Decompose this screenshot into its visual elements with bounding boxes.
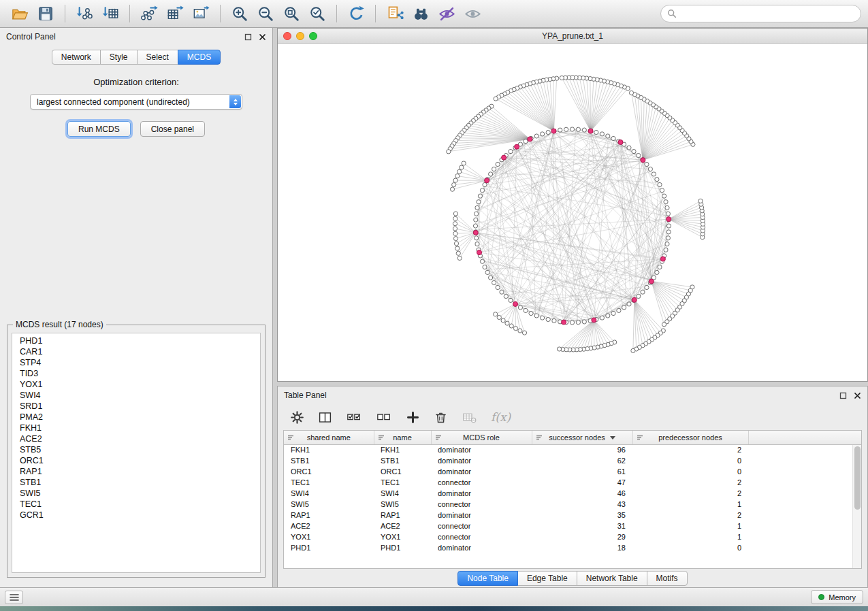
column-header-name[interactable]: name [374, 431, 431, 444]
delete-column-button[interactable] [434, 410, 448, 425]
network-node[interactable] [664, 200, 668, 204]
network-node[interactable] [480, 259, 484, 263]
export-image-button[interactable] [188, 2, 214, 25]
mcds-result-item[interactable]: STB5 [20, 444, 260, 455]
mcds-result-item[interactable]: ACE2 [20, 433, 260, 444]
tab-mcds[interactable]: MCDS [178, 50, 221, 65]
network-node[interactable] [611, 311, 615, 315]
mcds-result-item[interactable]: PMA2 [20, 412, 260, 423]
network-node[interactable] [570, 320, 574, 325]
mcds-result-item[interactable]: FKH1 [20, 423, 260, 433]
network-node[interactable] [627, 146, 631, 150]
network-node[interactable] [582, 128, 586, 132]
network-node[interactable] [483, 182, 487, 186]
network-node[interactable] [570, 127, 574, 131]
network-node[interactable] [564, 127, 568, 131]
network-node[interactable] [480, 188, 484, 193]
mcds-result-item[interactable]: SWI5 [20, 488, 260, 499]
node-table-row[interactable]: PHD1PHD1dominator180 [284, 542, 861, 553]
network-node[interactable] [477, 200, 481, 204]
zoom-in-button[interactable] [227, 2, 253, 25]
mcds-hub-node[interactable] [502, 155, 507, 160]
network-node[interactable] [666, 224, 671, 228]
network-node[interactable] [524, 139, 528, 144]
table-tab-motifs[interactable]: Motifs [647, 571, 688, 586]
network-node[interactable] [658, 182, 662, 186]
network-node[interactable] [505, 321, 509, 325]
network-node[interactable] [504, 294, 508, 298]
network-node[interactable] [645, 285, 649, 289]
network-node[interactable] [546, 317, 550, 321]
hide-selected-button[interactable] [434, 2, 460, 25]
minimize-window-icon[interactable] [296, 32, 304, 40]
network-node[interactable] [662, 323, 666, 327]
network-node[interactable] [518, 306, 522, 310]
close-panel-button[interactable] [259, 33, 266, 41]
search-neighbors-button[interactable] [408, 2, 434, 25]
network-node[interactable] [473, 224, 477, 228]
network-node[interactable] [552, 318, 556, 323]
mcds-hub-node[interactable] [588, 129, 593, 133]
column-header-predecessor-nodes[interactable]: predecessor nodes [632, 431, 748, 444]
network-node[interactable] [600, 132, 604, 136]
network-node[interactable] [489, 172, 493, 176]
import-network-button[interactable] [71, 2, 97, 25]
network-node[interactable] [664, 248, 668, 252]
network-node[interactable] [645, 162, 649, 166]
refresh-layout-button[interactable] [343, 2, 369, 25]
network-node[interactable] [534, 134, 539, 138]
network-node[interactable] [474, 218, 478, 222]
network-node[interactable] [489, 276, 493, 280]
network-node[interactable] [475, 236, 479, 240]
add-column-button[interactable] [406, 410, 420, 425]
close-table-panel-button[interactable] [854, 392, 861, 399]
network-node[interactable] [666, 230, 671, 234]
network-node[interactable] [600, 316, 604, 320]
network-node[interactable] [485, 270, 489, 274]
table-settings-button[interactable] [290, 410, 304, 425]
network-node[interactable] [453, 237, 457, 241]
network-node[interactable] [648, 167, 652, 171]
optimization-dropdown[interactable]: largest connected component (undirected) [30, 94, 242, 110]
network-node[interactable] [453, 212, 457, 216]
close-mcds-panel-button[interactable]: Close panel [140, 121, 205, 137]
zoom-out-button[interactable] [253, 2, 278, 25]
export-network-button[interactable] [136, 2, 162, 25]
network-node[interactable] [637, 153, 641, 157]
maximize-window-icon[interactable] [309, 32, 317, 40]
table-tab-network-table[interactable]: Network Table [577, 571, 647, 586]
network-canvas[interactable] [278, 44, 867, 381]
network-node[interactable] [665, 205, 669, 210]
network-node[interactable] [558, 128, 562, 132]
network-node[interactable] [662, 194, 666, 198]
mcds-hub-node[interactable] [632, 297, 637, 302]
column-header-shared-name[interactable]: shared name [284, 431, 374, 444]
mcds-result-item[interactable]: SRD1 [20, 401, 260, 412]
zoom-selected-button[interactable] [304, 2, 330, 25]
network-node[interactable] [534, 314, 539, 318]
network-node[interactable] [606, 134, 610, 138]
mcds-hub-node[interactable] [551, 129, 556, 133]
network-node[interactable] [478, 194, 482, 198]
network-node[interactable] [452, 183, 456, 187]
select-all-rows-button[interactable] [346, 410, 362, 425]
open-session-button[interactable] [7, 2, 33, 25]
network-node[interactable] [460, 165, 464, 169]
network-node[interactable] [447, 150, 451, 154]
network-node[interactable] [497, 315, 501, 319]
scrollbar-thumb[interactable] [854, 446, 861, 510]
table-scrollbar[interactable] [852, 445, 861, 568]
network-node[interactable] [455, 246, 460, 250]
node-table-row[interactable]: ACE2ACE2connector311 [284, 521, 861, 531]
network-node[interactable] [660, 188, 664, 193]
network-node[interactable] [513, 327, 517, 331]
mcds-hub-node[interactable] [641, 158, 645, 163]
mcds-result-item[interactable]: STP4 [20, 357, 260, 368]
network-node[interactable] [457, 169, 462, 174]
show-columns-button[interactable] [318, 410, 332, 425]
mcds-result-item[interactable]: GCR1 [20, 510, 260, 521]
network-node[interactable] [652, 172, 656, 176]
mcds-hub-node[interactable] [485, 178, 489, 183]
table-tab-node-table[interactable]: Node Table [457, 571, 518, 586]
mcds-hub-node[interactable] [513, 301, 518, 306]
